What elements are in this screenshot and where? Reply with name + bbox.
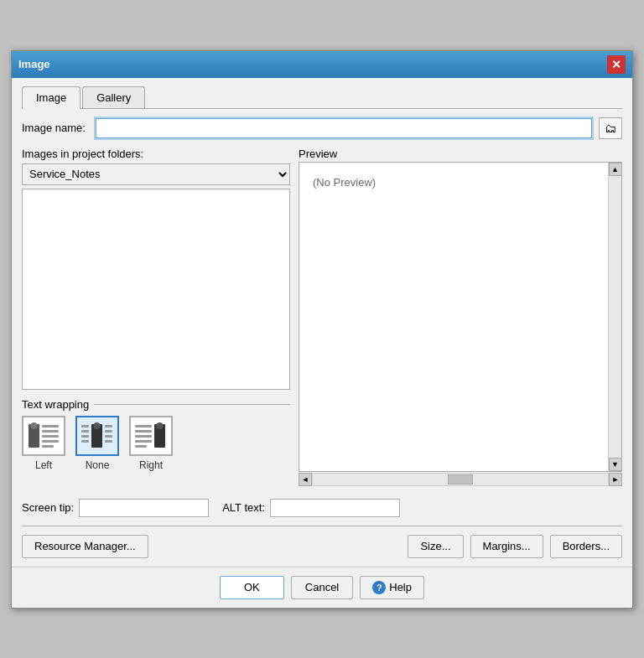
scroll-left-button[interactable]: ◄ — [299, 473, 312, 486]
wrap-label-none: None — [86, 459, 110, 471]
down-arrow-icon: ▼ — [611, 460, 619, 469]
svg-rect-3 — [42, 430, 59, 433]
size-button[interactable]: Size... — [408, 535, 463, 558]
screen-tip-group: Screen tip: — [22, 499, 209, 517]
svg-point-8 — [94, 422, 101, 429]
title-bar-controls: ✕ — [607, 55, 626, 74]
cancel-button[interactable]: Cancel — [291, 576, 353, 599]
svg-rect-6 — [42, 445, 54, 448]
preview-container: (No Preview) ▲ ▼ — [299, 162, 622, 489]
alt-text-label: ALT text: — [222, 501, 265, 514]
wrap-options: Left — [22, 416, 290, 471]
image-name-label: Image name: — [22, 122, 89, 134]
wrap-label-left: Left — [35, 459, 52, 471]
left-column: Images in project folders: Service_Notes… — [22, 148, 290, 489]
hscroll-track — [312, 473, 609, 486]
scroll-down-button[interactable]: ▼ — [609, 458, 622, 471]
image-dialog: Image ✕ Image Gallery Image name: 🗂 Imag… — [11, 50, 633, 609]
resource-manager-button[interactable]: Resource Manager... — [22, 535, 148, 558]
svg-rect-20 — [135, 430, 152, 433]
tab-image[interactable]: Image — [22, 86, 80, 109]
two-column-layout: Images in project folders: Service_Notes… — [22, 148, 622, 489]
wrap-icon-left — [22, 416, 65, 456]
folder-section-label: Images in project folders: — [22, 148, 290, 160]
no-preview-text: (No Preview) — [313, 176, 376, 189]
svg-rect-12 — [81, 440, 89, 443]
help-icon: ? — [372, 581, 386, 594]
dialog-footer: OK Cancel ? Help — [12, 567, 632, 608]
svg-point-1 — [31, 422, 38, 429]
text-wrapping-label: Text wrapping — [22, 398, 290, 411]
up-arrow-icon: ▲ — [611, 165, 619, 174]
wrap-none-svg — [80, 420, 115, 452]
preview-label: Preview — [299, 148, 622, 160]
bottom-fields-row: Screen tip: ALT text: — [22, 499, 622, 517]
image-list-box[interactable] — [22, 189, 290, 390]
preview-scrollbar-v: ▲ ▼ — [608, 163, 621, 471]
tab-gallery[interactable]: Gallery — [82, 86, 145, 108]
help-label: Help — [389, 581, 412, 593]
svg-rect-5 — [42, 440, 59, 443]
svg-rect-22 — [135, 440, 152, 443]
wrap-icon-right — [129, 416, 173, 456]
action-buttons-group: Size... Margins... Borders... — [408, 535, 622, 558]
svg-rect-10 — [81, 430, 89, 433]
right-arrow-icon: ► — [612, 475, 620, 484]
wrap-right-svg — [133, 420, 169, 452]
svg-rect-11 — [81, 435, 89, 438]
close-button[interactable]: ✕ — [607, 55, 626, 74]
folder-icon: 🗂 — [605, 122, 616, 135]
left-arrow-icon: ◄ — [302, 475, 309, 484]
wrap-option-right[interactable]: Right — [129, 416, 173, 471]
wrap-icon-none — [75, 416, 119, 456]
right-column: Preview (No Preview) ▲ ▼ — [299, 148, 622, 489]
close-icon: ✕ — [611, 58, 621, 71]
wrap-option-none[interactable]: None — [75, 416, 119, 471]
scroll-right-button[interactable]: ► — [609, 473, 622, 486]
image-name-input[interactable] — [96, 118, 592, 138]
dialog-body: Image Gallery Image name: 🗂 Images in pr… — [12, 78, 632, 567]
wrap-option-left[interactable]: Left — [22, 416, 65, 471]
wrap-icon-none-inner — [80, 420, 115, 452]
svg-rect-14 — [105, 430, 112, 433]
wrap-icon-right-inner — [133, 420, 169, 452]
svg-point-18 — [157, 422, 164, 429]
svg-rect-9 — [81, 425, 89, 427]
alt-text-group: ALT text: — [222, 499, 400, 517]
scroll-up-button[interactable]: ▲ — [609, 163, 622, 176]
wrap-left-svg — [26, 420, 61, 452]
browse-folder-button[interactable]: 🗂 — [599, 117, 622, 139]
svg-rect-19 — [135, 425, 152, 427]
screen-tip-label: Screen tip: — [22, 501, 74, 514]
folder-dropdown[interactable]: Service_Notes — [22, 163, 290, 185]
preview-scrollbar-h: ◄ ► — [299, 473, 622, 486]
help-button[interactable]: ? Help — [360, 576, 424, 599]
dialog-title: Image — [18, 58, 50, 70]
borders-button[interactable]: Borders... — [550, 535, 622, 558]
divider — [22, 526, 622, 526]
text-wrapping-section: Text wrapping — [22, 398, 290, 471]
margins-button[interactable]: Margins... — [470, 535, 543, 558]
svg-rect-21 — [135, 435, 152, 438]
tab-bar: Image Gallery — [22, 86, 622, 109]
svg-rect-4 — [42, 435, 59, 438]
title-bar: Image ✕ — [12, 51, 632, 78]
hscroll-thumb[interactable] — [448, 474, 473, 484]
wrap-label-right: Right — [139, 459, 163, 471]
image-name-row: Image name: 🗂 — [22, 117, 622, 139]
alt-text-input[interactable] — [270, 499, 400, 517]
svg-rect-2 — [42, 425, 59, 427]
svg-rect-16 — [105, 440, 112, 443]
ok-button[interactable]: OK — [220, 576, 284, 599]
screen-tip-input[interactable] — [79, 499, 209, 517]
preview-box[interactable]: (No Preview) ▲ ▼ — [299, 162, 622, 472]
wrap-icon-left-inner — [26, 420, 61, 452]
folder-dropdown-wrap: Service_Notes — [22, 163, 290, 185]
bottom-buttons-row: Resource Manager... Size... Margins... B… — [22, 535, 622, 558]
svg-rect-15 — [105, 435, 112, 438]
svg-rect-13 — [105, 425, 112, 427]
svg-rect-23 — [135, 445, 147, 448]
